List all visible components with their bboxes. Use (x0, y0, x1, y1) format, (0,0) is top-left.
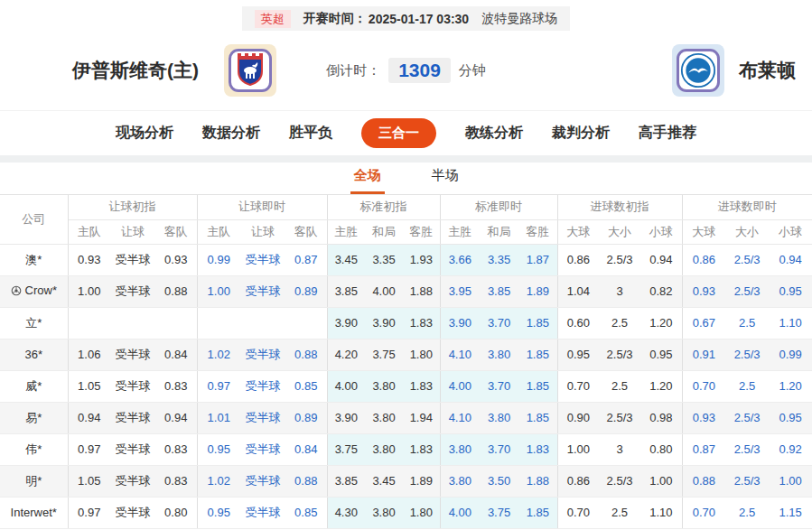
odds-cell[interactable]: 0.95 (197, 433, 240, 465)
odds-cell[interactable]: 1.01 (197, 402, 240, 433)
table-row: 立*3.903.901.833.903.701.850.602.51.200.6… (0, 307, 812, 339)
company-name: 明* (25, 474, 42, 488)
odds-cell[interactable]: 3.75 (480, 497, 518, 528)
odds-cell[interactable]: 0.86 (682, 244, 725, 275)
odds-cell[interactable]: 1.85 (518, 339, 557, 370)
tab-referee-analysis[interactable]: 裁判分析 (552, 124, 610, 143)
tab-three-in-one[interactable]: 三合一 (361, 118, 436, 148)
odds-cell[interactable]: 受半球 (240, 433, 285, 465)
odds-cell[interactable]: 3.80 (480, 339, 518, 370)
odds-cell[interactable]: 0.85 (285, 497, 327, 528)
odds-cell[interactable]: 0.95 (769, 275, 812, 307)
odds-cell[interactable]: 受半球 (240, 497, 285, 528)
odds-cell[interactable]: 3.80 (440, 465, 480, 497)
odds-cell[interactable]: 0.87 (682, 433, 725, 465)
odds-cell[interactable]: 4.10 (440, 402, 480, 433)
odds-cell[interactable]: 1.02 (197, 339, 240, 370)
tab-live-analysis[interactable]: 现场分析 (116, 124, 173, 143)
odds-cell[interactable]: 3.70 (480, 370, 518, 402)
odds-table-body: 澳*0.93受半球0.930.99受半球0.873.453.351.933.66… (0, 244, 812, 528)
tab-full-match[interactable]: 全场 (350, 167, 385, 194)
brighton-crest-icon (680, 52, 716, 88)
odds-cell (155, 307, 197, 339)
section-divider (0, 155, 812, 163)
odds-cell[interactable]: 3.35 (480, 244, 518, 275)
odds-cell[interactable]: 3.95 (440, 275, 480, 307)
odds-cell[interactable]: 3.50 (480, 465, 518, 497)
odds-cell[interactable]: 1.00 (197, 275, 240, 307)
odds-cell[interactable]: 0.84 (285, 433, 327, 465)
tab-win-draw-lose[interactable]: 胜平负 (289, 124, 332, 143)
odds-cell[interactable]: 0.70 (682, 497, 725, 528)
odds-cell[interactable]: 0.87 (285, 244, 327, 275)
odds-cell[interactable]: 0.88 (682, 465, 725, 497)
odds-cell[interactable]: 1.87 (518, 244, 557, 275)
odds-cell[interactable]: 2.5 (725, 497, 769, 528)
odds-cell: 3.90 (327, 307, 365, 339)
odds-cell[interactable]: 0.91 (682, 339, 725, 370)
odds-cell[interactable]: 3.66 (440, 244, 480, 275)
odds-cell[interactable]: 0.95 (769, 402, 812, 433)
odds-cell[interactable]: 1.15 (769, 497, 812, 528)
odds-cell[interactable]: 3.80 (440, 433, 480, 465)
odds-cell[interactable]: 3.85 (480, 275, 518, 307)
odds-cell[interactable]: 3.70 (480, 433, 518, 465)
odds-cell[interactable]: 4.00 (440, 497, 480, 528)
odds-cell[interactable]: 受半球 (240, 402, 285, 433)
odds-cell[interactable]: 1.88 (518, 465, 557, 497)
odds-cell[interactable]: 3.70 (480, 307, 518, 339)
odds-cell[interactable]: 1.85 (518, 370, 557, 402)
odds-cell[interactable]: 2.5/3 (725, 433, 769, 465)
odds-cell[interactable]: 0.97 (197, 370, 240, 402)
odds-cell[interactable]: 0.95 (197, 497, 240, 528)
odds-cell[interactable]: 受半球 (240, 275, 285, 307)
odds-cell: 受半球 (110, 465, 155, 497)
odds-cell[interactable]: 2.5/3 (725, 244, 769, 275)
odds-cell[interactable]: 1.02 (197, 465, 240, 497)
odds-cell[interactable]: 0.67 (682, 307, 725, 339)
odds-cell[interactable]: 0.89 (285, 275, 327, 307)
tab-expert-picks[interactable]: 高手推荐 (639, 124, 696, 143)
odds-cell[interactable]: 3.90 (440, 307, 480, 339)
odds-cell[interactable]: 2.5 (725, 370, 769, 402)
odds-cell[interactable]: 1.85 (518, 307, 557, 339)
odds-cell[interactable]: 0.94 (769, 244, 812, 275)
odds-cell[interactable]: 2.5 (725, 307, 769, 339)
odds-cell[interactable]: 0.85 (285, 370, 327, 402)
odds-cell[interactable]: 0.93 (682, 275, 725, 307)
odds-cell[interactable]: 1.85 (518, 497, 557, 528)
odds-cell[interactable]: 4.00 (440, 370, 480, 402)
odds-cell[interactable]: 0.99 (769, 339, 812, 370)
odds-cell[interactable]: 受半球 (240, 370, 285, 402)
odds-cell[interactable]: 0.88 (285, 465, 327, 497)
odds-cell[interactable]: 1.20 (769, 370, 812, 402)
odds-cell[interactable]: 3.80 (480, 402, 518, 433)
odds-cell[interactable]: 1.00 (769, 465, 812, 497)
odds-cell: 4.30 (327, 497, 365, 528)
odds-cell[interactable]: 受半球 (240, 244, 285, 275)
tab-data-analysis[interactable]: 数据分析 (202, 124, 260, 143)
odds-cell[interactable]: 受半球 (240, 465, 285, 497)
tab-coach-analysis[interactable]: 教练分析 (465, 124, 523, 143)
odds-cell[interactable]: 2.5/3 (725, 275, 769, 307)
odds-cell[interactable]: 2.5/3 (725, 465, 769, 497)
odds-cell[interactable]: 0.99 (197, 244, 240, 275)
odds-cell: 1.93 (403, 244, 440, 275)
odds-cell[interactable]: 0.89 (285, 402, 327, 433)
odds-cell[interactable]: 1.89 (518, 275, 557, 307)
odds-cell[interactable]: 1.10 (769, 307, 812, 339)
odds-cell[interactable]: 2.5/3 (725, 339, 769, 370)
odds-cell[interactable]: 0.88 (285, 339, 327, 370)
odds-cell: 1.83 (403, 433, 440, 465)
group-handicap-initial: 让球初指 (68, 195, 197, 219)
odds-cell[interactable]: 1.83 (518, 433, 557, 465)
odds-cell[interactable]: 0.92 (769, 433, 812, 465)
odds-cell: 1.05 (68, 465, 110, 497)
tab-half-match[interactable]: 半场 (428, 167, 462, 194)
odds-cell[interactable]: 4.10 (440, 339, 480, 370)
odds-cell[interactable]: 受半球 (240, 339, 285, 370)
odds-cell[interactable]: 0.93 (682, 402, 725, 433)
odds-cell[interactable]: 1.85 (518, 402, 557, 433)
odds-cell[interactable]: 2.5/3 (725, 402, 769, 433)
odds-cell[interactable]: 0.70 (682, 370, 725, 402)
